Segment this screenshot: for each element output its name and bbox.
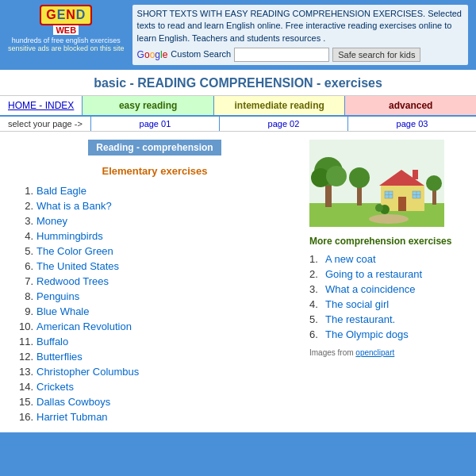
exercise-link[interactable]: Blue Whale	[36, 305, 89, 317]
page01-link-cell: page 01	[90, 117, 219, 131]
list-item: 8. Penguins	[16, 289, 294, 304]
right-column: More comprehension exercises 1. A new co…	[301, 132, 476, 432]
svg-rect-7	[357, 186, 362, 205]
exercise-link[interactable]: Harriet Tubman	[36, 411, 108, 423]
list-item: 6. The Olympic dogs	[309, 327, 468, 342]
list-item: 4. Hummingbirds	[16, 228, 294, 244]
exercise-link[interactable]: The United States	[36, 260, 119, 272]
list-item: 1. A new coat	[309, 251, 468, 267]
exercise-link[interactable]: What is a Bank?	[36, 200, 112, 212]
nav-select-row: select your page -> page 01 page 02 page…	[0, 117, 476, 132]
body-area: Reading - comprehension Elementary exerc…	[0, 132, 476, 432]
more-exercise-link[interactable]: The social girl	[325, 298, 389, 310]
svg-point-8	[349, 167, 370, 188]
search-bar: Google Custom Search Safe search for kid…	[137, 48, 463, 62]
list-item: 9. Blue Whale	[16, 304, 294, 319]
exercise-link[interactable]: Money	[36, 215, 67, 227]
search-input[interactable]	[234, 48, 329, 62]
page03-link-cell: page 03	[347, 117, 476, 131]
scene-svg	[309, 140, 444, 227]
home-index-link[interactable]: HOME - INDEX	[8, 100, 74, 111]
nav-easy: easy reading	[82, 96, 213, 115]
page-title: basic - READING COMPREHENSION - exercise…	[0, 70, 476, 96]
custom-search-label: Custom Search	[171, 48, 231, 60]
list-item: 12. Butterflies	[16, 349, 294, 364]
list-item: 6. The United States	[16, 259, 294, 274]
list-item: 4. The social girl	[309, 297, 468, 312]
list-item: 13. Christopher Columbus	[16, 364, 294, 379]
description-text: SHORT TEXTS WITH EASY READING COMPREHENS…	[137, 8, 463, 44]
list-item: 10. American Revolution	[16, 319, 294, 334]
openclipart-credit: Images from openclipart	[309, 348, 468, 357]
left-column: Reading - comprehension Elementary exerc…	[0, 132, 301, 432]
list-item: 1. Bald Eagle	[16, 183, 294, 198]
exercise-link[interactable]: Crickets	[36, 381, 74, 393]
list-item: 7. Redwood Trees	[16, 274, 294, 289]
openclipart-link[interactable]: openclipart	[355, 348, 394, 357]
nav-intermediate: intemediate reading	[213, 96, 345, 115]
exercise-link[interactable]: Redwood Trees	[36, 275, 109, 287]
svg-point-6	[326, 166, 347, 186]
page02-link[interactable]: page 02	[268, 119, 300, 129]
svg-rect-21	[432, 189, 436, 205]
section-header: Reading - comprehension	[88, 140, 221, 155]
page02-link-cell: page 02	[219, 117, 347, 131]
exercise-link[interactable]: American Revolution	[36, 321, 132, 332]
elementary-header: Elementary exercises	[16, 165, 294, 177]
list-item: 15. Dallas Cowboys	[16, 394, 294, 409]
list-item: 14. Crickets	[16, 379, 294, 394]
exercise-link[interactable]: Dallas Cowboys	[36, 396, 110, 408]
list-item: 2. Going to a restaurant	[309, 267, 468, 282]
logo-area: GEND WEB hundreds of free english exerci…	[8, 5, 125, 52]
logo-sub: hundreds of free english exercises	[12, 36, 121, 44]
more-list: 1. A new coat 2. Going to a restaurant 3…	[309, 251, 468, 342]
exercise-link[interactable]: Buffalo	[36, 336, 68, 347]
nav-home: HOME - INDEX	[0, 96, 82, 115]
more-exercise-link[interactable]: What a coincidence	[325, 283, 415, 295]
svg-point-2	[369, 214, 409, 224]
list-item: 3. Money	[16, 213, 294, 228]
google-logo: Google	[137, 48, 168, 62]
exercise-link[interactable]: Christopher Columbus	[36, 366, 139, 378]
list-item: 11. Buffalo	[16, 334, 294, 349]
select-label: select your page ->	[0, 117, 90, 131]
top-description: SHORT TEXTS WITH EASY READING COMPREHENS…	[132, 5, 468, 65]
list-item: 5. The Color Green	[16, 244, 294, 259]
more-exercise-link[interactable]: The Olympic dogs	[325, 328, 409, 340]
list-item: 16. Harriet Tubman	[16, 409, 294, 424]
exercise-link[interactable]: Bald Eagle	[36, 185, 86, 197]
exercise-link[interactable]: Butterflies	[36, 351, 83, 363]
more-exercise-link[interactable]: The restaurant.	[325, 313, 395, 325]
scene-illustration	[309, 140, 468, 229]
safe-search-button[interactable]: Safe search for kids	[332, 48, 420, 62]
exercise-link[interactable]: Penguins	[36, 290, 79, 302]
list-item: 5. The restaurant.	[309, 312, 468, 327]
exercise-link[interactable]: Hummingbirds	[36, 230, 103, 242]
nav-advanced: advanced	[344, 96, 476, 115]
logo[interactable]: GEND	[40, 5, 92, 25]
svg-rect-11	[398, 197, 406, 211]
logo-web: WEB	[53, 25, 79, 35]
more-exercise-link[interactable]: A new coat	[325, 253, 376, 265]
svg-point-20	[375, 204, 383, 212]
exercise-link[interactable]: The Color Green	[36, 245, 113, 257]
page01-link[interactable]: page 01	[140, 119, 171, 129]
sensitive-ads-label: sensitive ads are blocked on this site	[8, 44, 125, 52]
svg-rect-18	[413, 170, 418, 179]
elementary-list: 1. Bald Eagle 2. What is a Bank? 3. Mone…	[16, 183, 294, 424]
svg-point-22	[426, 175, 442, 191]
more-header: More comprehension exercises	[309, 236, 468, 247]
page03-link[interactable]: page 03	[397, 119, 428, 129]
more-exercise-link[interactable]: Going to a restaurant	[325, 268, 422, 280]
list-item: 3. What a coincidence	[309, 282, 468, 297]
nav-bar: HOME - INDEX easy reading intemediate re…	[0, 96, 476, 117]
list-item: 2. What is a Bank?	[16, 198, 294, 213]
